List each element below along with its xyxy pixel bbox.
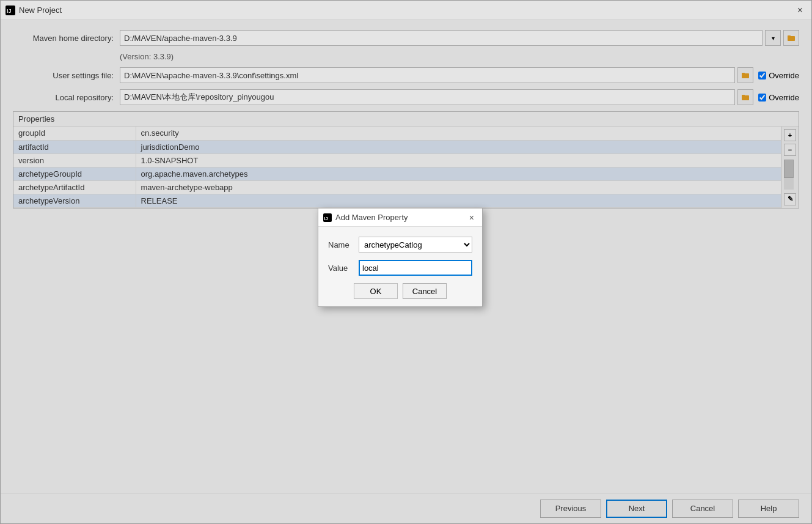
svg-text:IJ: IJ: [324, 216, 328, 221]
modal-name-label: Name: [328, 240, 359, 249]
modal-close-button[interactable]: ×: [466, 212, 477, 224]
modal-content: Name archetypeCatlog groupId artifactId …: [318, 227, 482, 306]
modal-cancel-button[interactable]: Cancel: [403, 283, 447, 299]
add-maven-property-dialog: IJ Add Maven Property × Name archetypeCa…: [318, 208, 483, 307]
modal-value-label: Value: [328, 264, 359, 273]
modal-title-bar: IJ Add Maven Property ×: [318, 208, 482, 227]
modal-icon: IJ: [323, 213, 332, 222]
modal-title-left: IJ Add Maven Property: [323, 213, 408, 222]
modal-title: Add Maven Property: [335, 213, 408, 222]
modal-name-select[interactable]: archetypeCatlog groupId artifactId versi…: [359, 237, 472, 253]
modal-value-input[interactable]: [359, 260, 472, 276]
modal-name-row: Name archetypeCatlog groupId artifactId …: [328, 237, 472, 253]
modal-ok-button[interactable]: OK: [354, 283, 398, 299]
modal-buttons: OK Cancel: [328, 283, 472, 299]
modal-value-row: Value: [328, 260, 472, 276]
